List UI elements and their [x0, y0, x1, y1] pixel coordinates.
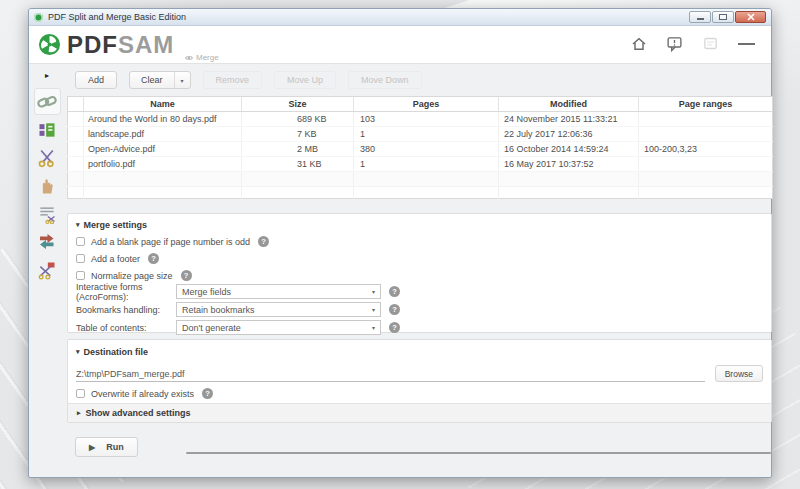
destination-path-input[interactable]	[76, 367, 705, 382]
menu-button[interactable]	[738, 35, 755, 52]
remove-button[interactable]: Remove	[203, 71, 263, 89]
acroforms-select[interactable]: Merge fields ▾	[176, 284, 381, 299]
help-icon[interactable]: ?	[181, 270, 192, 281]
move-up-button[interactable]: Move Up	[274, 71, 336, 89]
toc-select[interactable]: Don't generate ▾	[176, 320, 381, 335]
column-header-modified[interactable]: Modified	[499, 97, 639, 112]
cell-name: Around the World in 80 days.pdf	[84, 112, 242, 127]
collapse-arrow-icon: ▾	[76, 221, 80, 229]
window-title: PDF Split and Merge Basic Edition	[48, 12, 186, 22]
run-button[interactable]: ▶ Run	[75, 437, 138, 457]
blank-page-checkbox[interactable]	[76, 237, 85, 246]
cell-name: landscape.pdf	[84, 127, 242, 142]
cell-modified: 16 May 2017 10:37:52	[499, 157, 639, 172]
split-scissors-icon	[37, 148, 57, 168]
title-bar[interactable]: PDF Split and Merge Basic Edition	[29, 9, 771, 26]
overwrite-checkbox[interactable]	[76, 389, 85, 398]
file-table: Name Size Pages Modified Page ranges Aro…	[67, 96, 773, 199]
news-button-disabled[interactable]	[702, 35, 719, 52]
brand-sam: SAM	[118, 31, 174, 58]
minimize-button[interactable]	[689, 11, 711, 23]
selection-column-header	[68, 97, 84, 112]
cell-name: portfolio.pdf	[84, 157, 242, 172]
cell-size: 31 KB	[242, 157, 354, 172]
home-button[interactable]	[630, 35, 647, 52]
empty-row	[68, 172, 773, 187]
move-down-button[interactable]: Move Down	[348, 71, 422, 89]
column-header-page-ranges[interactable]: Page ranges	[639, 97, 773, 112]
footer-checkbox[interactable]	[76, 254, 85, 263]
news-icon	[702, 35, 719, 52]
cell-size: 689 KB	[242, 112, 354, 127]
clear-dropdown-arrow-icon[interactable]: ▾	[174, 72, 190, 88]
clear-button-label[interactable]: Clear	[130, 72, 174, 88]
sidebar-item-extract[interactable]	[34, 116, 61, 143]
table-row[interactable]: Around the World in 80 days.pdf 689 KB 1…	[68, 112, 773, 127]
split-by-bookmarks-icon	[37, 204, 57, 224]
feedback-button[interactable]	[666, 35, 683, 52]
show-advanced-settings[interactable]: ▸ Show advanced settings	[68, 403, 771, 422]
close-icon	[747, 13, 755, 21]
cell-page-ranges[interactable]	[639, 112, 773, 127]
help-icon[interactable]: ?	[202, 388, 213, 399]
cell-page-ranges[interactable]	[639, 157, 773, 172]
cell-pages: 1	[354, 127, 499, 142]
cell-page-ranges[interactable]: 100-200,3,23	[639, 142, 773, 157]
brand-pdf: PDF	[67, 31, 118, 58]
current-module-label: Merge	[185, 53, 219, 62]
cell-pages: 1	[354, 157, 499, 172]
sidebar-item-alternate-mix[interactable]	[34, 228, 61, 255]
sidebar-item-split[interactable]	[34, 144, 61, 171]
help-icon[interactable]: ?	[258, 236, 269, 247]
sidebar-item-split-by-bookmarks[interactable]	[34, 200, 61, 227]
normalize-checkbox[interactable]	[76, 271, 85, 280]
table-row[interactable]: Open-Advice.pdf 2 MB 380 16 October 2014…	[68, 142, 773, 157]
acroforms-setting: Interactive forms (AcroForms): Merge fie…	[76, 284, 763, 299]
split-by-size-icon	[37, 260, 57, 280]
maximize-button[interactable]	[712, 11, 734, 23]
merge-settings-header[interactable]: ▾ Merge settings	[76, 220, 763, 230]
destination-header[interactable]: ▾ Destination file	[76, 347, 763, 357]
help-icon[interactable]: ?	[148, 253, 159, 264]
chevron-down-icon: ▾	[372, 324, 375, 331]
sidebar-item-merge[interactable]	[34, 88, 61, 115]
alternate-mix-icon	[37, 232, 57, 252]
browse-button[interactable]: Browse	[715, 365, 763, 382]
desktop: PDF Split and Merge Basic Edition	[0, 0, 800, 489]
bookmarks-select[interactable]: Retain bookmarks ▾	[176, 302, 381, 317]
column-header-size[interactable]: Size	[242, 97, 354, 112]
minimize-icon	[697, 18, 704, 20]
add-button[interactable]: Add	[75, 71, 117, 89]
merge-module-mini-icon	[185, 54, 193, 62]
play-icon: ▶	[89, 443, 95, 452]
sidebar-item-rotate[interactable]	[34, 172, 61, 199]
file-toolbar: Add Clear ▾ Remove Move Up Move Down	[75, 71, 422, 89]
help-icon[interactable]: ?	[389, 322, 400, 333]
merge-settings-panel: ▾ Merge settings Add a blank page if pag…	[67, 213, 772, 333]
collapse-arrow-icon: ▾	[76, 348, 80, 356]
sidebar-toggle-button[interactable]: ▸	[40, 68, 54, 82]
table-row[interactable]: landscape.pdf 7 KB 1 22 July 2017 12:06:…	[68, 127, 773, 142]
pdfsam-logo-icon	[38, 33, 61, 56]
clear-button[interactable]: Clear ▾	[129, 71, 191, 89]
footer-option: Add a footer ?	[76, 253, 763, 264]
header-icon-group	[630, 35, 755, 52]
cell-pages: 380	[354, 142, 499, 157]
table-row[interactable]: portfolio.pdf 31 KB 1 16 May 2017 10:37:…	[68, 157, 773, 172]
extract-icon	[37, 120, 57, 140]
cell-size: 2 MB	[242, 142, 354, 157]
cell-page-ranges[interactable]	[639, 127, 773, 142]
table-header-row: Name Size Pages Modified Page ranges	[68, 97, 773, 112]
column-header-name[interactable]: Name	[84, 97, 242, 112]
help-icon[interactable]: ?	[389, 304, 400, 315]
close-button[interactable]	[735, 11, 766, 23]
empty-row	[68, 187, 773, 199]
sidebar-item-split-by-size[interactable]	[34, 256, 61, 283]
bookmarks-setting: Bookmarks handling: Retain bookmarks ▾ ?	[76, 302, 763, 317]
column-header-pages[interactable]: Pages	[354, 97, 499, 112]
rotate-hand-icon	[37, 176, 57, 196]
brand-wordmark: PDFSAM	[67, 31, 174, 59]
help-icon[interactable]: ?	[389, 286, 400, 297]
cell-modified: 16 October 2014 14:59:24	[499, 142, 639, 157]
chevron-down-icon: ▾	[372, 288, 375, 295]
